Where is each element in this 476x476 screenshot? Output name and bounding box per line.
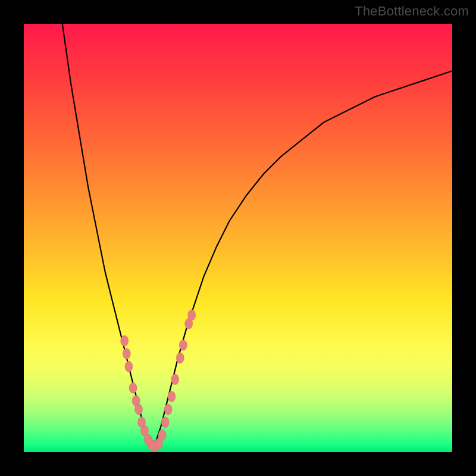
chart-frame: TheBottleneck.com xyxy=(0,0,476,476)
plot-area xyxy=(24,24,452,452)
watermark-text: TheBottleneck.com xyxy=(355,4,469,19)
data-marker xyxy=(164,404,172,415)
data-marker xyxy=(121,336,129,346)
data-marker xyxy=(171,374,179,385)
data-marker xyxy=(123,348,130,359)
curve-left-branch xyxy=(62,24,152,448)
data-marker xyxy=(188,310,196,321)
data-marker xyxy=(161,417,169,428)
chart-svg xyxy=(24,24,452,452)
data-marker xyxy=(176,353,184,364)
data-marker xyxy=(158,430,166,440)
curve-right-branch xyxy=(152,71,452,448)
data-marker xyxy=(129,383,137,393)
data-marker xyxy=(168,391,176,402)
data-marker xyxy=(134,404,142,415)
data-marker xyxy=(125,361,133,372)
data-marker xyxy=(179,340,187,350)
